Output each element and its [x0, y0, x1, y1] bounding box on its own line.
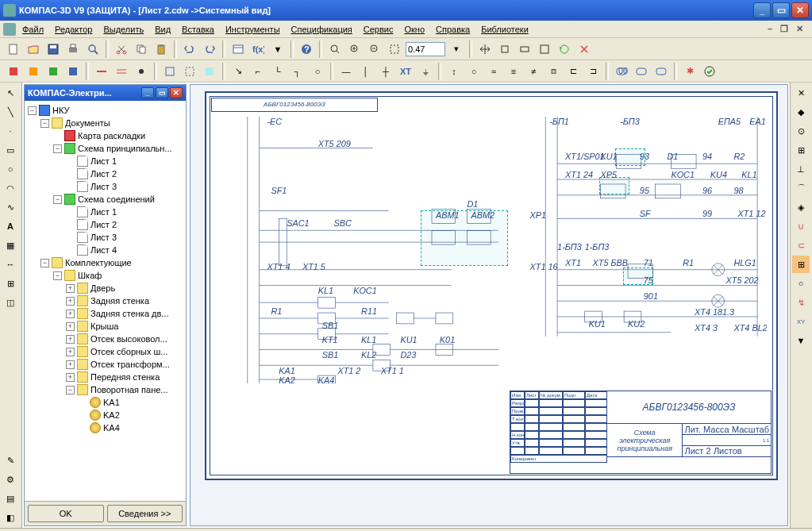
close-button[interactable]: ✕	[791, 2, 809, 18]
tree-door[interactable]: Дверь	[90, 283, 115, 293]
tree-bay-tr[interactable]: Отсек трансформ...	[90, 360, 170, 369]
app-menu-icon[interactable]	[3, 23, 16, 36]
tool-edit1[interactable]: ✎	[2, 452, 19, 469]
menu-file[interactable]: Файл	[17, 23, 48, 36]
tb-cross[interactable]: ┼	[377, 63, 394, 80]
view-next-button[interactable]	[536, 40, 553, 58]
maximize-button[interactable]: ▭	[772, 2, 790, 18]
tree-scheme-p[interactable]: Схема принципиальн...	[78, 144, 172, 153]
orbit-button[interactable]	[496, 40, 514, 58]
tree-bay-hv[interactable]: Отсек высоковол...	[90, 334, 167, 344]
expand-toggle[interactable]: +	[66, 348, 75, 356]
tb-c4[interactable]: ┐	[289, 63, 306, 80]
info-button[interactable]: Сведения >>	[107, 505, 183, 522]
expand-toggle[interactable]: −	[53, 195, 62, 204]
tb-coil[interactable]: ⧈	[545, 63, 562, 80]
tree-s-sheet3[interactable]: Лист 3	[90, 233, 117, 242]
undo-button[interactable]	[181, 40, 198, 58]
magnet2-icon[interactable]: ⊂	[792, 237, 810, 254]
tool-edit3[interactable]: ▤	[2, 490, 19, 507]
tool-spline[interactable]: ∿	[2, 198, 19, 216]
tree-ka4[interactable]: KA4	[103, 423, 120, 433]
tool-text[interactable]: A	[2, 217, 19, 235]
expand-toggle[interactable]: +	[66, 373, 75, 382]
snap-grid[interactable]: ⊞	[792, 141, 810, 159]
tb-check[interactable]	[701, 63, 718, 80]
tb-not[interactable]: ○	[465, 63, 483, 80]
paste-button[interactable]	[152, 40, 170, 58]
tb-cont2[interactable]: ⊐	[584, 63, 602, 80]
properties-button[interactable]	[229, 40, 247, 58]
magnet-icon[interactable]: ∪	[792, 217, 810, 235]
tb-num3[interactable]	[652, 63, 670, 80]
tree-roof[interactable]: Крыша	[90, 321, 118, 331]
project-tree[interactable]: −НКУ −Документы Карта раскладки −Схема п…	[25, 101, 186, 501]
tree-bay-bus[interactable]: Отсек сборных ш...	[90, 347, 168, 356]
tool-edit2[interactable]: ⚙	[2, 471, 19, 488]
expand-toggle[interactable]: +	[66, 335, 75, 344]
tb-ground[interactable]: ⏚	[417, 63, 434, 80]
tree-ka2[interactable]: KA2	[103, 410, 120, 420]
tree-sheet1[interactable]: Лист 1	[90, 156, 117, 166]
zoom-in-button[interactable]	[346, 40, 364, 58]
tb-wire[interactable]	[93, 63, 110, 80]
preview-button[interactable]	[84, 40, 102, 58]
print-button[interactable]	[64, 40, 82, 58]
mdi-close-button[interactable]: ✕	[794, 24, 806, 34]
expand-toggle[interactable]: +	[66, 310, 75, 318]
tb-e2[interactable]	[25, 63, 42, 80]
tool-dim[interactable]: ↔	[2, 256, 19, 273]
panel-maximize-button[interactable]: ▭	[156, 87, 168, 98]
menu-select[interactable]: Выделить	[98, 23, 148, 36]
expand-toggle[interactable]: +	[66, 284, 75, 293]
menu-window[interactable]: Окно	[399, 23, 429, 36]
snap-near[interactable]: ◈	[792, 198, 810, 216]
fx-button[interactable]: f(x)	[249, 40, 267, 58]
tool-table[interactable]: ⊞	[2, 275, 19, 292]
tb-br1[interactable]: ≈	[485, 63, 502, 80]
expand-toggle[interactable]: −	[53, 144, 62, 153]
xy-icon[interactable]: XY	[792, 313, 810, 330]
tb-c5[interactable]: ○	[309, 63, 326, 80]
minimize-button[interactable]: _	[753, 2, 771, 18]
new-button[interactable]	[5, 40, 22, 58]
tool-rect[interactable]: ▭	[2, 141, 19, 159]
tool-arc[interactable]: ◠	[2, 179, 19, 197]
save-button[interactable]	[44, 40, 62, 58]
menu-libraries[interactable]: Библиотеки	[476, 23, 533, 36]
help-button[interactable]: ?	[298, 40, 315, 58]
expand-toggle[interactable]: +	[66, 297, 75, 306]
menu-help[interactable]: Справка	[431, 23, 475, 36]
pan-button[interactable]	[476, 40, 494, 58]
tb-c3[interactable]: └	[269, 63, 287, 80]
tb-bus[interactable]	[113, 63, 130, 80]
tool-hatch[interactable]: ▦	[2, 237, 19, 254]
local-cs-icon[interactable]: ↯	[792, 294, 810, 311]
tree-root[interactable]: НКУ	[52, 106, 69, 115]
expand-toggle[interactable]: −	[40, 119, 49, 128]
tree-ka1[interactable]: KA1	[103, 398, 120, 407]
tb-c2[interactable]: ⌐	[249, 63, 267, 80]
cut-button[interactable]	[113, 40, 130, 58]
tree-docs[interactable]: Документы	[65, 118, 110, 128]
tool-line[interactable]: ╲	[2, 103, 19, 121]
panel-close-button[interactable]: ✕	[170, 87, 183, 98]
tool-edit4[interactable]: ◧	[2, 509, 19, 526]
down-icon[interactable]: ▼	[792, 332, 810, 349]
tool-circle[interactable]: ○	[2, 160, 19, 178]
open-button[interactable]	[25, 40, 42, 58]
zoom-out-button[interactable]	[366, 40, 383, 58]
tool-point[interactable]: ·	[2, 122, 19, 140]
tree-s-sheet1[interactable]: Лист 1	[90, 207, 117, 217]
menu-tools[interactable]: Инструменты	[221, 23, 285, 36]
zoom-window-button[interactable]	[386, 40, 403, 58]
tree-backwall[interactable]: Задняя стенка	[90, 296, 149, 306]
tree-scheme-s[interactable]: Схема соединений	[78, 194, 155, 204]
tb-cont1[interactable]: ⊏	[564, 63, 582, 80]
ok-button[interactable]: OK	[28, 505, 104, 522]
expand-toggle[interactable]: −	[28, 106, 37, 115]
tb-br2[interactable]: ≡	[505, 63, 522, 80]
tool-frag[interactable]: ◫	[2, 294, 19, 311]
tree-cabinet[interactable]: Шкаф	[78, 271, 102, 280]
tree-sheet2[interactable]: Лист 2	[90, 169, 117, 179]
